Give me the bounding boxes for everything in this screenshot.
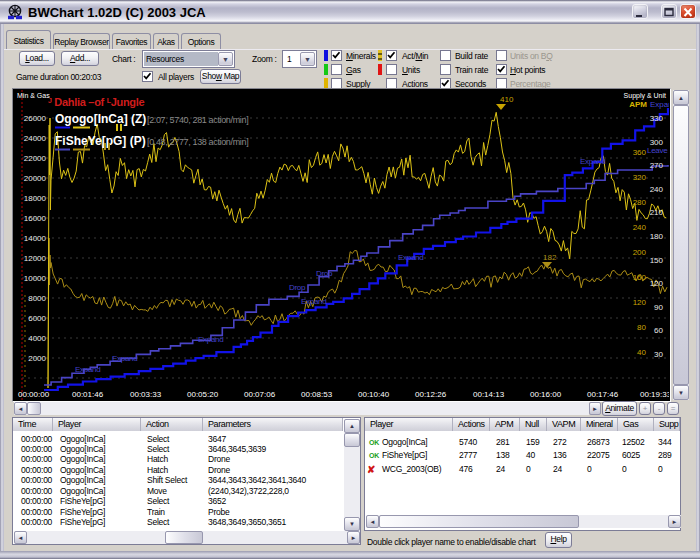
svg-text:00:17:46: 00:17:46 [587, 390, 619, 399]
svg-text:14000: 14000 [24, 234, 47, 243]
svg-text:240: 240 [650, 185, 664, 194]
svg-text:330: 330 [650, 114, 664, 123]
svg-text:APM: APM [629, 100, 647, 109]
svg-text:Expand: Expand [112, 354, 137, 363]
svg-text:182: 182 [543, 253, 557, 262]
svg-text:160: 160 [633, 273, 647, 282]
svg-text:200: 200 [633, 248, 647, 257]
svg-text:20000: 20000 [24, 174, 47, 183]
svg-text:270: 270 [650, 161, 664, 170]
svg-text:360: 360 [633, 148, 647, 157]
svg-text:00:08:53: 00:08:53 [301, 390, 333, 399]
svg-text:280: 280 [633, 198, 647, 207]
svg-text:J Dahlia –of LJungle: J Dahlia –of LJungle [48, 96, 145, 108]
svg-text:00:14:13: 00:14:13 [473, 390, 505, 399]
svg-text:180: 180 [650, 232, 664, 241]
svg-text:40: 40 [637, 348, 646, 357]
svg-text:Expand: Expand [398, 253, 423, 262]
svg-text:00:07:06: 00:07:06 [244, 390, 276, 399]
svg-text:Min & Gas: Min & Gas [17, 92, 50, 99]
svg-text:Drop: Drop [289, 283, 306, 292]
svg-text:120: 120 [633, 298, 647, 307]
svg-text:FiSheYe[pG] (P): FiSheYe[pG] (P) [55, 134, 146, 148]
svg-text:Ogogo[InCa] (Z): Ogogo[InCa] (Z) [55, 112, 146, 126]
svg-text:00:03:33: 00:03:33 [130, 390, 162, 399]
svg-text:2000: 2000 [28, 354, 46, 363]
svg-text:Leave: Leave [647, 146, 668, 155]
svg-text:[0.48, 2777, 138 action/min]: [0.48, 2777, 138 action/min] [147, 137, 248, 147]
svg-text:210: 210 [650, 208, 664, 217]
svg-text:Expand: Expand [650, 100, 669, 109]
svg-text:150: 150 [650, 256, 664, 265]
svg-text:30: 30 [654, 350, 663, 359]
svg-text:22000: 22000 [24, 154, 47, 163]
svg-text:Expand: Expand [75, 365, 100, 374]
svg-text:16000: 16000 [24, 214, 47, 223]
svg-text:80: 80 [637, 323, 646, 332]
svg-text:12000: 12000 [24, 254, 47, 263]
svg-text:4000: 4000 [28, 334, 46, 343]
svg-text:Expand: Expand [580, 157, 605, 166]
svg-text:Supply & Unit: Supply & Unit [624, 92, 666, 100]
svg-text:18000: 18000 [24, 194, 47, 203]
svg-text:120: 120 [650, 279, 664, 288]
svg-text:26000: 26000 [24, 114, 47, 123]
svg-text:24000: 24000 [24, 134, 47, 143]
svg-text:00:16:00: 00:16:00 [530, 390, 562, 399]
svg-text:8000: 8000 [28, 294, 46, 303]
svg-text:Expand: Expand [198, 335, 223, 344]
svg-text:00:00:00: 00:00:00 [18, 390, 50, 399]
svg-text:00:19:33: 00:19:33 [640, 390, 669, 399]
svg-text:00:05:20: 00:05:20 [187, 390, 219, 399]
svg-text:90: 90 [654, 303, 663, 312]
svg-text:00:01:46: 00:01:46 [72, 390, 104, 399]
svg-text:60: 60 [654, 326, 663, 335]
svg-text:00:12:26: 00:12:26 [415, 390, 447, 399]
svg-text:10000: 10000 [24, 274, 47, 283]
svg-text:Drop: Drop [316, 269, 333, 278]
svg-text:240: 240 [633, 223, 647, 232]
svg-text:320: 320 [633, 173, 647, 182]
svg-text:6000: 6000 [28, 314, 46, 323]
svg-text:Expand: Expand [301, 297, 326, 306]
svg-text:410: 410 [500, 95, 514, 104]
svg-text:00:10:40: 00:10:40 [358, 390, 390, 399]
svg-text:[2.07, 5740, 281 action/min]: [2.07, 5740, 281 action/min] [147, 115, 248, 125]
